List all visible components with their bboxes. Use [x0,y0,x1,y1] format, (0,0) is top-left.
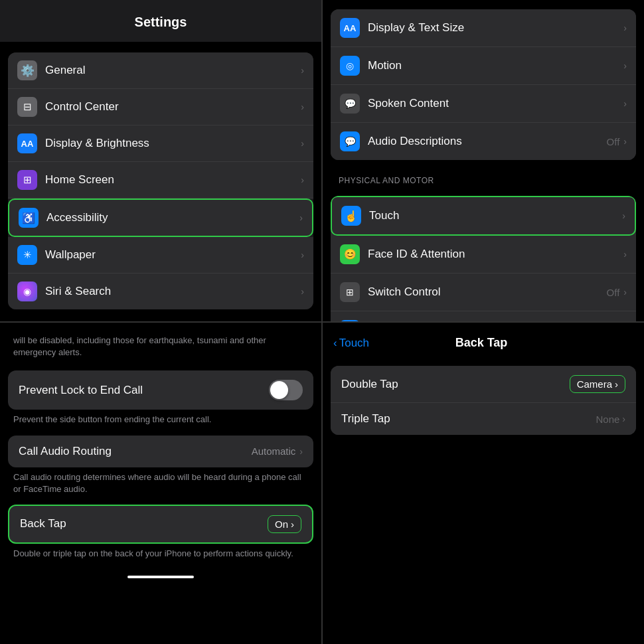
touch-label: Touch [369,209,622,222]
control-center-chevron: › [301,102,304,112]
control-center-icon: ⊟ [17,97,37,117]
display-icon: AA [17,133,37,153]
panel-accessibility: AA Display & Text Size › ◎ Motion › 💬 Sp… [323,0,644,321]
settings-item-display[interactable]: AA Display & Brightness › [8,125,313,162]
back-tap-chevron: › [291,519,294,530]
motion-label: Motion [368,59,623,72]
back-tap-item[interactable]: Back Tap On › [8,505,313,544]
spoken-icon: 💬 [340,94,360,114]
prevent-lock-toggle[interactable] [269,380,303,400]
home-indicator [127,576,194,578]
acc-item-voice-control[interactable]: 🎙 Voice Control Off › [331,311,636,321]
triple-tap-chevron: › [622,414,625,424]
motion-chevron: › [623,60,627,71]
back-nav-label: Touch [339,337,369,350]
settings-item-siri[interactable]: ◉ Siri & Search › [8,274,313,309]
physical-list: ☝ Touch › 😊 Face ID & Attention › ⊞ Swit… [331,196,636,321]
back-tap-desc: Double or triple tap on the back of your… [0,544,321,569]
voice-control-icon: 🎙 [340,320,360,321]
spoken-label: Spoken Content [368,97,623,110]
double-tap-label: Double Tap [341,378,570,391]
touch-chevron: › [622,210,625,221]
call-audio-item[interactable]: Call Audio Routing Automatic › [8,436,313,467]
panel-settings: Settings ⚙️ General › ⊟ Control Center › [0,0,321,321]
tap-list: Double Tap Camera › Triple Tap None › [331,366,636,435]
general-chevron: › [301,65,304,76]
call-audio-group: Call Audio Routing Automatic › [8,436,313,467]
face-id-label: Face ID & Attention [368,248,623,261]
settings-item-wallpaper[interactable]: ✳ Wallpaper › [8,237,313,274]
display-text-chevron: › [623,23,627,33]
display-text-label: Display & Text Size [368,21,623,35]
prevent-lock-label: Prevent Lock to End Call [19,384,269,397]
back-tap-page-title: Back Tap [369,336,594,350]
call-audio-value: Automatic [252,445,296,457]
triple-tap-label: Triple Tap [341,412,596,426]
acc-item-display-text[interactable]: AA Display & Text Size › [331,9,636,47]
acc-item-face-id[interactable]: 😊 Face ID & Attention › [331,236,636,274]
touch-icon: ☝ [341,206,361,226]
control-center-label: Control Center [45,100,301,114]
back-tap-header: ‹ Touch Back Tap [323,323,644,357]
settings-item-control-center[interactable]: ⊟ Control Center › [8,89,313,125]
triple-tap-value: None [596,414,619,425]
home-screen-chevron: › [301,175,304,185]
home-screen-label: Home Screen [45,173,301,187]
alert-text: will be disabled, including those for ea… [0,329,321,370]
acc-item-motion[interactable]: ◎ Motion › [331,47,636,85]
switch-control-icon: ⊞ [340,282,360,302]
acc-item-audio-desc[interactable]: 💬 Audio Descriptions Off › [331,123,636,160]
camera-badge: Camera › [570,375,625,393]
siri-chevron: › [301,286,304,297]
audio-desc-chevron: › [623,136,627,147]
face-id-chevron: › [623,249,627,260]
switch-control-chevron: › [623,287,627,297]
camera-chevron: › [615,378,618,390]
prevent-lock-group: Prevent Lock to End Call [8,370,313,410]
switch-control-label: Switch Control [368,285,607,299]
back-chevron-icon: ‹ [333,337,337,350]
call-audio-label: Call Audio Routing [19,445,252,458]
siri-icon: ◉ [17,282,37,301]
acc-item-spoken[interactable]: 💬 Spoken Content › [331,85,636,123]
panel-touch: will be disabled, including those for ea… [0,323,321,644]
settings-item-accessibility[interactable]: ♿ Accessibility › [8,199,313,237]
siri-label: Siri & Search [45,285,301,298]
accessibility-label: Accessibility [46,211,299,224]
general-icon: ⚙️ [17,60,37,80]
physical-motor-section: PHYSICAL AND MOTOR [323,167,644,189]
back-nav[interactable]: ‹ Touch [333,337,369,350]
motion-icon: ◎ [340,56,360,76]
panel-back-tap: ‹ Touch Back Tap Double Tap Camera › Tri… [323,323,644,644]
call-audio-desc: Call audio routing determines where audi… [0,467,321,505]
audio-desc-icon: 💬 [340,131,360,151]
audio-desc-value: Off [607,136,620,147]
back-tap-value: On [275,519,288,530]
display-label: Display & Brightness [45,137,301,150]
prevent-lock-item[interactable]: Prevent Lock to End Call [8,370,313,410]
accessibility-icon: ♿ [19,208,39,228]
prevent-lock-desc: Prevent the side button from ending the … [0,410,321,435]
accessibility-chevron: › [299,212,303,223]
camera-value: Camera [577,378,612,390]
wallpaper-chevron: › [301,250,304,260]
switch-control-value: Off [607,287,620,298]
touch-content: will be disabled, including those for ea… [0,323,321,585]
settings-item-general[interactable]: ⚙️ General › [8,52,313,89]
double-tap-item[interactable]: Double Tap Camera › [331,366,636,403]
display-text-icon: AA [340,18,360,38]
spoken-chevron: › [623,98,627,109]
acc-item-touch[interactable]: ☝ Touch › [331,196,636,236]
back-tap-on-badge[interactable]: On › [268,515,301,533]
settings-title: Settings [0,0,321,42]
general-label: General [45,64,301,77]
acc-item-switch-control[interactable]: ⊞ Switch Control Off › [331,274,636,311]
triple-tap-item[interactable]: Triple Tap None › [331,403,636,435]
call-audio-chevron: › [299,446,303,457]
wallpaper-label: Wallpaper [45,248,301,262]
toggle-knob [270,381,288,399]
home-screen-icon: ⊞ [17,170,37,190]
face-id-icon: 😊 [340,244,360,264]
settings-item-home-screen[interactable]: ⊞ Home Screen › [8,162,313,199]
back-tap-label: Back Tap [20,517,268,530]
